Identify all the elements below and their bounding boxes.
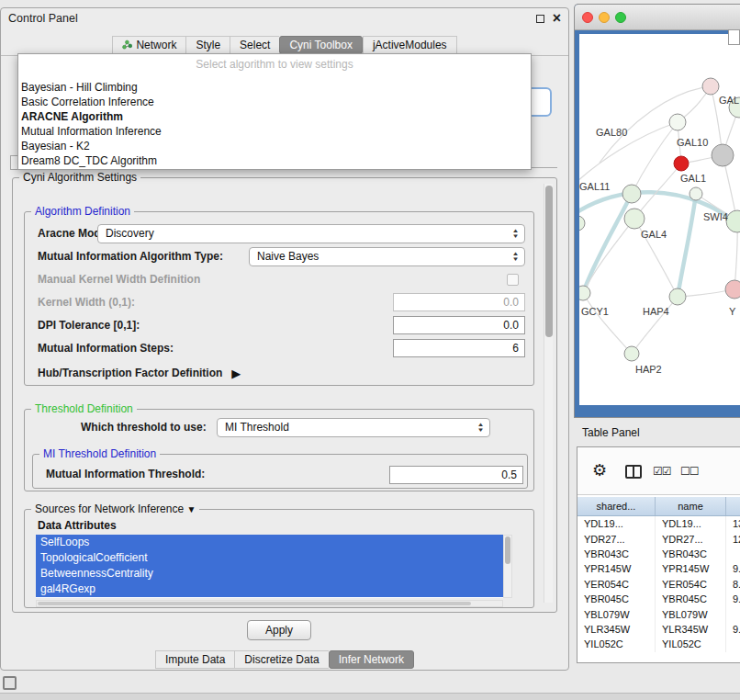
node-gal11[interactable] <box>622 185 641 203</box>
tab-network[interactable]: Network <box>112 36 185 54</box>
tab-cyni-toolbox[interactable]: Cyni Toolbox <box>279 36 362 54</box>
algorithm-option-bayesian-k2[interactable]: Bayesian - K2 <box>18 139 531 153</box>
data-attributes-list[interactable]: SelfLoopsTopologicalCoefficientBetweenne… <box>36 535 503 598</box>
table-cell: 8. <box>726 577 740 592</box>
sources-group-title[interactable]: Sources for Network Inference ▼ <box>31 502 199 515</box>
tab-select[interactable]: Select <box>230 36 279 54</box>
tab-infer-network[interactable]: Infer Network <box>329 650 414 669</box>
table-row[interactable]: YBR045CYBR045C9. <box>577 592 740 606</box>
table-row[interactable]: YIL052CYIL052C <box>577 637 740 651</box>
table-row[interactable]: YER054CYER054C8. <box>577 577 740 592</box>
algorithm-option-dream8-dc-tdc-algorithm[interactable]: Dream8 DC_TDC Algorithm <box>18 153 531 168</box>
node-gal80[interactable] <box>669 114 686 130</box>
algorithm-option-bayesian-hill-climbing[interactable]: Bayesian - Hill Climbing <box>18 80 531 95</box>
node-gray[interactable] <box>712 144 734 166</box>
mi-steps-field[interactable]: 6 <box>393 339 525 357</box>
node-swi4[interactable] <box>726 210 740 232</box>
mi-threshold-field[interactable]: 0.5 <box>389 466 523 484</box>
column-header-2[interactable] <box>726 497 740 515</box>
apply-button[interactable]: Apply <box>247 620 311 640</box>
table-row[interactable]: YDL19...YDL19...13 <box>577 516 740 531</box>
attribute-item-selfloops[interactable]: SelfLoops <box>36 535 503 550</box>
algorithm-option-mutual-information-inference[interactable]: Mutual Information Inference <box>18 124 531 139</box>
node-left-cut[interactable] <box>579 216 585 231</box>
attribute-item-betweennesscentrality[interactable]: BetweennessCentrality <box>36 566 503 581</box>
attributes-hscrollbar[interactable] <box>36 600 503 607</box>
settings-scrollbar[interactable] <box>544 184 553 603</box>
which-threshold-select[interactable]: MI Threshold ▲▼ <box>217 418 490 437</box>
table-row[interactable]: YPR145WYPR145W9. <box>577 561 740 576</box>
node-gcy1[interactable] <box>579 286 590 300</box>
table-cell: 9. <box>726 622 740 637</box>
table-cell <box>726 637 740 651</box>
window-title: Control Panel <box>8 12 78 25</box>
combo-arrows-icon: ▲▼ <box>511 251 520 262</box>
gear-icon[interactable]: ⚙ <box>592 460 607 480</box>
tab-label: Style <box>196 39 220 51</box>
tab-label: Cyni Toolbox <box>289 39 352 51</box>
table-cell <box>726 606 740 621</box>
node-gal10-selected[interactable] <box>674 156 689 171</box>
combo-arrows-icon: ▲▼ <box>511 228 520 239</box>
column-header-shared[interactable]: shared... <box>577 497 656 515</box>
tab-label: Network <box>136 39 176 51</box>
minimize-traffic-light[interactable] <box>599 12 610 23</box>
float-window-icon[interactable] <box>536 15 544 23</box>
node-label: GAL80 <box>596 127 627 138</box>
attributes-scrollbar-thumb[interactable] <box>505 536 510 564</box>
mi-type-select[interactable]: Naive Bayes ▲▼ <box>249 247 525 266</box>
close-icon[interactable]: × <box>553 13 561 24</box>
select-all-icon[interactable]: ☑☑ <box>653 465 671 478</box>
tab-jactivemodules[interactable]: jActiveModules <box>363 36 457 54</box>
tab-label: Discretize Data <box>244 653 319 666</box>
attributes-scrollbar[interactable] <box>503 535 512 598</box>
kernel-width-field[interactable]: 0.0 <box>393 293 525 311</box>
network-canvas[interactable]: GAL80 GAL GAL10 GAL11 GAL1 SWI4 GAL4 GCY… <box>579 34 740 405</box>
table-row[interactable]: YBL079WYBL079W <box>577 606 740 621</box>
attributes-hscrollbar-thumb[interactable] <box>38 602 471 605</box>
columns-icon[interactable] <box>625 465 642 479</box>
table-row[interactable]: YDR27...YDR27...12 <box>577 531 740 546</box>
node-pink-top[interactable] <box>702 78 719 95</box>
node-gal1[interactable] <box>690 187 702 200</box>
node-pink-right[interactable] <box>725 280 740 299</box>
attribute-item-topologicalcoefficient[interactable]: TopologicalCoefficient <box>36 550 503 566</box>
manual-kernel-checkbox[interactable] <box>507 274 519 286</box>
node-gal4[interactable] <box>624 209 645 229</box>
tab-impute-data[interactable]: Impute Data <box>155 650 234 669</box>
node-hap2[interactable] <box>624 346 639 361</box>
close-traffic-light[interactable] <box>582 12 593 23</box>
network-toolbar-button[interactable] <box>728 29 740 45</box>
node-label: SWI4 <box>703 211 728 222</box>
column-header-name[interactable]: name <box>656 497 726 515</box>
dpi-tolerance-field[interactable]: 0.0 <box>393 316 525 334</box>
node-hap4[interactable] <box>669 288 686 305</box>
tab-style[interactable]: Style <box>185 36 230 54</box>
collapsed-panel-icon[interactable] <box>3 676 17 690</box>
settings-scrollbar-thumb[interactable] <box>545 186 553 337</box>
mi-type-value: Naive Bayes <box>257 248 319 265</box>
network-titlebar[interactable] <box>575 5 740 30</box>
attribute-item-gal4rgexp[interactable]: gal4RGexp <box>36 581 503 597</box>
control-panel-titlebar: Control Panel × <box>1 8 568 28</box>
aracne-mode-select[interactable]: Discovery ▲▼ <box>97 224 525 243</box>
mi-type-label: Mutual Information Algorithm Type: <box>38 250 223 263</box>
table-cell: YBR045C <box>577 592 656 606</box>
deselect-all-icon[interactable]: ☐☐ <box>680 465 699 478</box>
tab-discretize-data[interactable]: Discretize Data <box>234 650 328 669</box>
zoom-traffic-light[interactable] <box>615 12 626 23</box>
tab-label: Select <box>240 39 270 51</box>
table-panel-title: Table Panel <box>582 426 640 439</box>
algorithm-option-aracne-algorithm[interactable]: ARACNE Algorithm <box>18 109 531 124</box>
table-cell: 12 <box>726 531 740 546</box>
table-cell: 13 <box>726 516 740 531</box>
table-cell: YBR045C <box>656 592 726 606</box>
table-header: shared...name <box>577 497 740 516</box>
node-label: GAL11 <box>579 181 610 192</box>
network-graph[interactable]: GAL80 GAL GAL10 GAL11 GAL1 SWI4 GAL4 GCY… <box>579 34 740 405</box>
hub-definition-expander[interactable]: Hub/Transcription Factor Definition ▶ <box>38 367 241 379</box>
algorithm-option-basic-correlation-inference[interactable]: Basic Correlation Inference <box>18 95 531 109</box>
table-row[interactable]: YLR345WYLR345W9. <box>577 622 740 637</box>
table-row[interactable]: YBR043CYBR043C <box>577 547 740 561</box>
cyni-algorithm-settings-group: Cyni Algorithm Settings Algorithm Defini… <box>12 177 557 613</box>
